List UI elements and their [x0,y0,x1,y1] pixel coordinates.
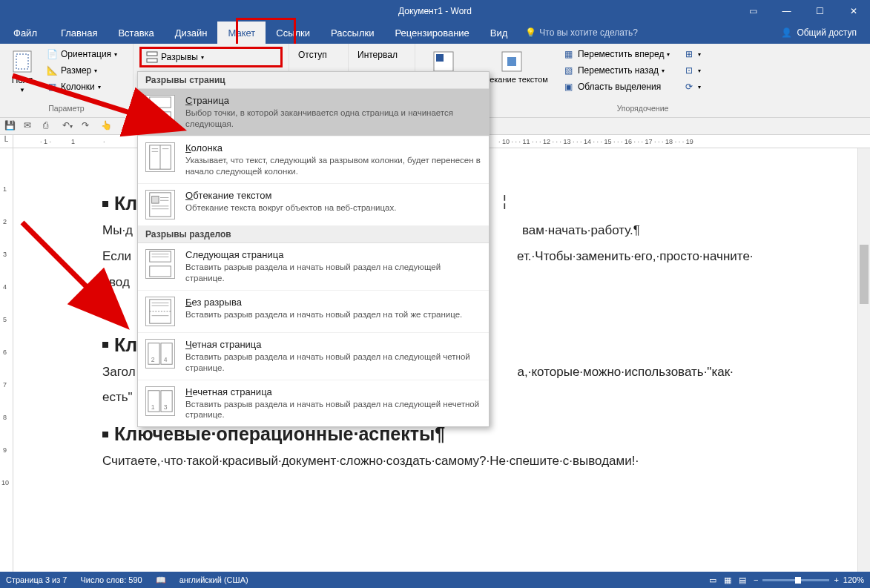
tell-me-search[interactable]: 💡 Что вы хотите сделать? [525,27,638,38]
tab-mailings[interactable]: Рассылки [320,22,384,44]
text-wrapping-icon [145,190,175,219]
svg-rect-2 [147,52,157,56]
tab-insert[interactable]: Вставка [108,22,164,44]
zoom-in-button[interactable]: + [834,575,838,584]
save-icon[interactable]: 💾 [4,120,16,132]
selection-pane-button[interactable]: ▣Область выделения [560,79,673,94]
menu-item-title: Следующая страница [185,249,481,260]
indent-label: Отступ [295,47,342,63]
web-layout-icon[interactable]: ▤ [739,575,746,585]
menu-item-continuous[interactable]: Без разрыва Вставить разрыв раздела и на… [138,291,489,333]
menu-item-next-page[interactable]: Следующая страница Вставить разрыв разде… [138,243,489,291]
close-button[interactable]: ✕ [837,0,870,22]
margins-icon [10,50,34,73]
menu-item-title: Нечетная страница [185,386,481,397]
bring-forward-label: Переместить вперед [578,49,664,59]
menu-item-even-page[interactable]: 24 Четная страница Вставить разрыв разде… [138,333,489,380]
read-mode-icon[interactable]: ▭ [709,575,716,585]
column-break-icon [145,142,175,172]
lightbulb-icon: 💡 [525,27,536,38]
vertical-scrollbar[interactable] [857,148,870,572]
page-break-icon [145,95,175,125]
vertical-ruler[interactable]: 1 2 3 4 5 6 7 8 9 10 [0,148,13,572]
touch-mode-icon[interactable]: 👆▾ [101,120,113,132]
svg-text:2: 2 [151,356,155,363]
tab-review[interactable]: Рецензирование [384,22,479,44]
menu-item-title: Без разрыва [185,297,481,308]
breaks-icon [146,51,158,63]
status-page[interactable]: Страница 3 из 7 [6,575,67,584]
heading-bullet [102,432,108,437]
orientation-button[interactable]: 📄Ориентация▾ [43,47,120,62]
share-button[interactable]: 👤 Общий доступ [774,22,864,44]
bring-forward-button[interactable]: ▦Переместить вперед▾ [560,47,673,62]
email-icon[interactable]: ✉ [24,120,36,132]
send-backward-button[interactable]: ▧Переместить назад▾ [560,63,673,78]
svg-rect-8 [150,97,171,108]
interval-label: Интервал [355,47,409,63]
columns-icon: ▥ [46,81,58,93]
menu-item-odd-page[interactable]: 13 Нечетная страница Вставить разрыв раз… [138,380,489,427]
send-backward-label: Переместить назад [578,65,659,76]
rotate-icon: ⟳ [683,81,695,93]
svg-rect-22 [150,266,171,277]
breaks-button[interactable]: Разрывы▾ [139,47,283,67]
group-button[interactable]: ⊡▾ [680,63,704,78]
share-icon: 👤 [781,27,792,38]
breaks-dropdown: Разрывы страниц Страница Выбор точки, в … [137,71,490,427]
tab-file[interactable]: Файл [0,22,50,44]
menu-item-desc: Указывает, что текст, следующий за разры… [185,155,481,177]
selection-pane-label: Область выделения [578,82,661,92]
menu-item-desc: Вставить разрыв раздела и начать новый р… [185,351,481,374]
svg-rect-7 [507,57,516,66]
redo-icon[interactable]: ↷ [82,120,93,132]
menu-item-page-break[interactable]: Страница Выбор точки, в которой заканчив… [138,89,489,136]
spell-check-icon[interactable]: 📖 [156,575,166,585]
svg-text:1: 1 [151,403,155,411]
minimize-button[interactable]: — [770,0,803,22]
tab-design[interactable]: Дизайн [165,22,218,44]
quick-print-icon[interactable]: ⎙ [43,120,55,132]
ribbon-display-options-icon[interactable]: ▭ [736,0,770,22]
size-button[interactable]: 📐Размер▾ [43,63,120,78]
tab-view[interactable]: Вид [480,22,518,44]
heading-bullet [102,201,108,207]
position-icon [432,50,455,73]
undo-icon[interactable]: ↶▾ [62,120,74,132]
menu-item-column-break[interactable]: Колонка Указывает, что текст, следующий … [138,136,489,184]
orientation-label: Ориентация [61,49,111,59]
svg-rect-5 [436,54,444,62]
zoom-slider[interactable] [762,579,829,581]
orientation-icon: 📄 [46,48,58,60]
title-bar: Документ1 - Word ▭ — ☐ ✕ [0,0,870,22]
tell-me-label: Что вы хотите сделать? [539,27,638,38]
zoom-level[interactable]: 120% [843,575,864,584]
columns-button[interactable]: ▥Колонки▾ [43,79,120,94]
status-language[interactable]: английский (США) [179,575,248,584]
svg-rect-16 [152,196,159,203]
status-word-count[interactable]: Число слов: 590 [80,575,142,584]
scrollbar-thumb[interactable] [860,245,869,304]
size-label: Размер [61,65,91,76]
print-layout-icon[interactable]: ▦ [724,575,731,585]
wrap-text-icon [500,50,524,73]
menu-item-text-wrapping-break[interactable]: Обтекание текстом Обтекание текста вокру… [138,184,489,226]
dropdown-header-page-breaks: Разрывы страниц [138,72,489,89]
svg-rect-3 [147,59,157,62]
maximize-button[interactable]: ☐ [803,0,837,22]
margins-button[interactable]: Поля ▼ [6,47,39,96]
align-button[interactable]: ⊞▾ [680,47,704,62]
tab-home[interactable]: Главная [50,22,108,44]
menu-item-desc: Обтекание текста вокруг объектов на веб-… [185,202,481,214]
svg-rect-21 [150,251,171,262]
svg-text:3: 3 [164,403,168,411]
tab-layout[interactable]: Макет [217,22,266,44]
breaks-label: Разрывы [161,52,198,62]
send-backward-icon: ▧ [563,65,575,76]
tab-references[interactable]: Ссылки [266,22,320,44]
zoom-slider-thumb[interactable] [795,577,801,584]
ruler-corner: L [0,135,13,148]
rotate-button[interactable]: ⟳▾ [680,79,704,94]
columns-label: Колонки [61,82,95,92]
zoom-out-button[interactable]: − [754,575,758,584]
